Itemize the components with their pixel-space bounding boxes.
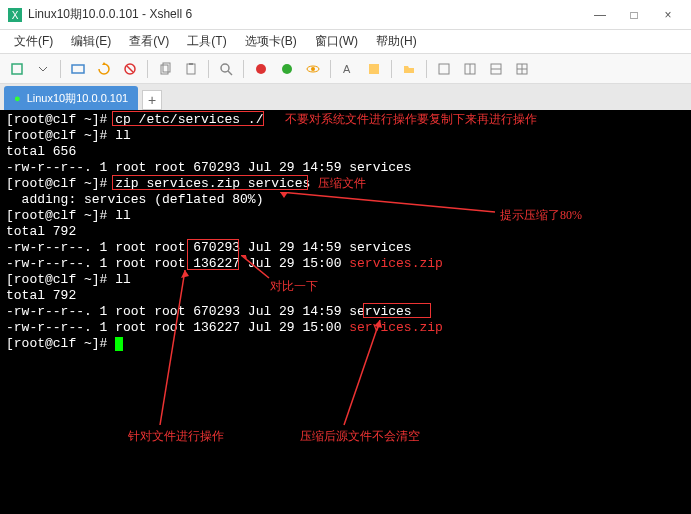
- eye-icon[interactable]: [302, 58, 324, 80]
- tab-indicator: ●: [14, 92, 21, 104]
- session-tab[interactable]: ● Linux10期10.0.0.101: [4, 86, 138, 110]
- svg-rect-3: [72, 65, 84, 73]
- svg-text:X: X: [12, 10, 19, 21]
- maximize-button[interactable]: □: [619, 5, 649, 25]
- annotation-text: 压缩文件: [318, 175, 366, 191]
- svg-rect-6: [161, 65, 168, 74]
- minimize-button[interactable]: —: [585, 5, 615, 25]
- menu-help[interactable]: 帮助(H): [368, 31, 425, 52]
- svg-point-10: [221, 64, 229, 72]
- close-button[interactable]: ×: [653, 5, 683, 25]
- separator: [330, 60, 331, 78]
- highlight-box: [112, 111, 264, 126]
- separator: [426, 60, 427, 78]
- green-circle-icon[interactable]: [276, 58, 298, 80]
- tab-bar: ● Linux10期10.0.0.101 +: [0, 84, 691, 110]
- color-icon[interactable]: [363, 58, 385, 80]
- annotation-text: 压缩后源文件不会清空: [300, 428, 420, 444]
- output: -rw-r--r--. 1 root root: [6, 240, 193, 255]
- highlight-box: [112, 175, 308, 190]
- layout4-icon[interactable]: [511, 58, 533, 80]
- svg-line-5: [127, 66, 133, 72]
- separator: [391, 60, 392, 78]
- prompt: [root@clf ~]#: [6, 208, 115, 223]
- highlight-box: [187, 239, 239, 270]
- menu-file[interactable]: 文件(F): [6, 31, 61, 52]
- search-icon[interactable]: [215, 58, 237, 80]
- output: total 792: [6, 288, 685, 304]
- menu-edit[interactable]: 编辑(E): [63, 31, 119, 52]
- window-titlebar: X Linux10期10.0.0.101 - Xshell 6 — □ ×: [0, 0, 691, 30]
- separator: [60, 60, 61, 78]
- command: ll: [115, 272, 131, 287]
- layout3-icon[interactable]: [485, 58, 507, 80]
- svg-rect-2: [12, 64, 22, 74]
- annotation-text: 针对文件进行操作: [128, 428, 224, 444]
- red-circle-icon[interactable]: [250, 58, 272, 80]
- svg-rect-17: [369, 64, 379, 74]
- annotation-text: 提示压缩了80%: [500, 207, 582, 223]
- svg-rect-9: [189, 63, 193, 65]
- menu-view[interactable]: 查看(V): [121, 31, 177, 52]
- tab-label: Linux10期10.0.0.101: [27, 91, 129, 106]
- paste-icon[interactable]: [180, 58, 202, 80]
- disconnect-icon[interactable]: [119, 58, 141, 80]
- folder-icon[interactable]: [398, 58, 420, 80]
- prompt: [root@clf ~]#: [6, 112, 115, 127]
- output: adding: services (deflated 80%): [6, 192, 685, 208]
- svg-rect-18: [439, 64, 449, 74]
- svg-rect-8: [187, 64, 195, 74]
- filename: services.zip: [349, 256, 443, 271]
- output: total 792: [6, 224, 685, 240]
- separator: [208, 60, 209, 78]
- filename: services.zip: [349, 320, 443, 335]
- command: ll: [115, 128, 131, 143]
- reconnect-icon[interactable]: [93, 58, 115, 80]
- layout2-icon[interactable]: [459, 58, 481, 80]
- font-icon[interactable]: A: [337, 58, 359, 80]
- cursor-block: [115, 337, 123, 351]
- output: -rw-r--r--. 1 root root 670293 Jul 29 14…: [6, 160, 685, 176]
- output: Jul 29 14:59 services: [240, 240, 412, 255]
- annotation-text: 对比一下: [270, 278, 318, 294]
- output: -rw-r--r--. 1 root root: [6, 256, 193, 271]
- separator: [243, 60, 244, 78]
- output: -rw-r--r--. 1 root root 670293 Jul 29 14…: [6, 304, 349, 319]
- prompt: [root@clf ~]#: [6, 336, 115, 351]
- prompt: [root@clf ~]#: [6, 128, 115, 143]
- prompt: [root@clf ~]#: [6, 176, 115, 191]
- annotation-text: 不要对系统文件进行操作要复制下来再进行操作: [285, 111, 537, 127]
- output: Jul 29 15:00: [240, 256, 349, 271]
- dropdown-icon[interactable]: [32, 58, 54, 80]
- svg-point-12: [256, 64, 266, 74]
- menubar: 文件(F) 编辑(E) 查看(V) 工具(T) 选项卡(B) 窗口(W) 帮助(…: [0, 30, 691, 54]
- new-session-icon[interactable]: [6, 58, 28, 80]
- toolbar: A: [0, 54, 691, 84]
- prompt: [root@clf ~]#: [6, 272, 115, 287]
- svg-point-15: [311, 67, 315, 71]
- svg-line-11: [228, 71, 232, 75]
- separator: [147, 60, 148, 78]
- svg-rect-7: [163, 63, 170, 72]
- output: -rw-r--r--. 1 root root 136227 Jul 29 15…: [6, 320, 349, 335]
- window-controls: — □ ×: [585, 5, 683, 25]
- output: total 656: [6, 144, 685, 160]
- menu-tabs[interactable]: 选项卡(B): [237, 31, 305, 52]
- svg-point-13: [282, 64, 292, 74]
- app-icon: X: [8, 8, 22, 22]
- window-title: Linux10期10.0.0.101 - Xshell 6: [28, 6, 585, 23]
- layout1-icon[interactable]: [433, 58, 455, 80]
- menu-tools[interactable]: 工具(T): [179, 31, 234, 52]
- command: ll: [115, 208, 131, 223]
- copy-icon[interactable]: [154, 58, 176, 80]
- add-tab-button[interactable]: +: [142, 90, 162, 110]
- sessions-icon[interactable]: [67, 58, 89, 80]
- svg-text:A: A: [343, 63, 351, 75]
- terminal[interactable]: [root@clf ~]# cp /etc/services ./ [root@…: [0, 110, 691, 514]
- highlight-box: [363, 303, 431, 318]
- menu-window[interactable]: 窗口(W): [307, 31, 366, 52]
